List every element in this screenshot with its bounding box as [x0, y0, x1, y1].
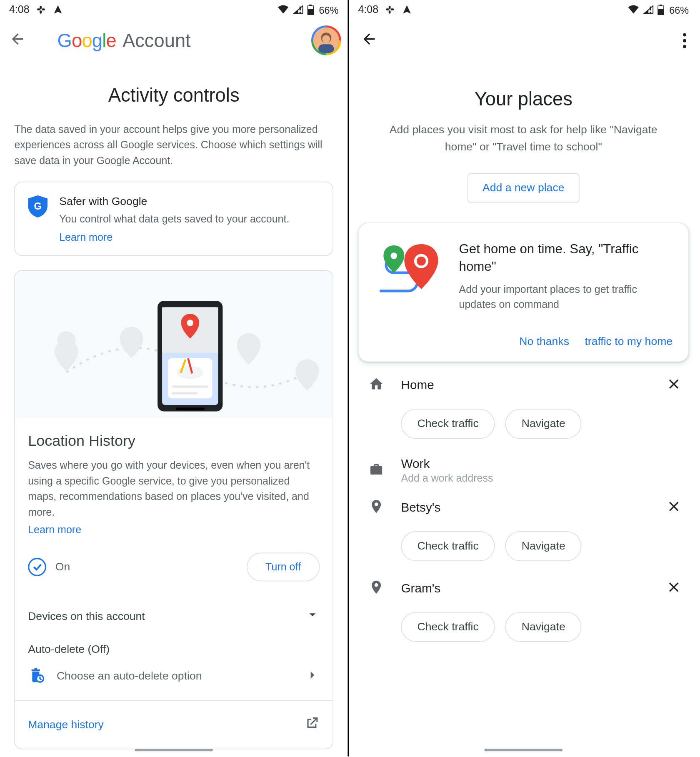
manage-history-label: Manage history [28, 719, 104, 732]
svg-rect-22 [172, 392, 198, 395]
location-illustration [15, 271, 333, 418]
pin-icon [368, 499, 384, 517]
svg-rect-3 [40, 10, 42, 14]
remove-place-icon[interactable] [667, 377, 681, 394]
svg-rect-8 [308, 9, 313, 15]
safer-desc: You control what data gets saved to your… [59, 212, 289, 227]
tip-no-thanks-link[interactable]: No thanks [519, 335, 569, 348]
status-time: 4:08 [358, 4, 378, 15]
external-link-icon [304, 716, 320, 735]
autodelete-icon [28, 667, 45, 687]
place-home: Home Check traffic Navigate [349, 362, 698, 443]
status-bar: 4:08 [349, 0, 698, 20]
signal-icon [293, 5, 303, 15]
manage-history-row[interactable]: Manage history [15, 701, 333, 749]
check-traffic-chip[interactable]: Check traffic [401, 532, 495, 562]
battery-icon [658, 5, 664, 15]
traffic-tip-card: Get home on time. Say, "Traffic home" Ad… [358, 222, 689, 362]
turn-off-button[interactable]: Turn off [247, 553, 320, 582]
svg-text:G: G [34, 201, 42, 212]
remove-place-icon[interactable] [667, 500, 681, 517]
devices-label: Devices on this account [28, 610, 145, 623]
svg-rect-29 [389, 10, 391, 14]
battery-icon [307, 5, 314, 15]
svg-point-16 [187, 320, 193, 327]
place-label[interactable]: Home [401, 378, 434, 392]
svg-rect-26 [386, 8, 390, 10]
safer-card: G Safer with Google You control what dat… [14, 182, 333, 256]
status-time: 4:08 [9, 4, 30, 15]
status-bar: 4:08 [0, 0, 348, 20]
place-work[interactable]: Work Add a work address [349, 443, 698, 485]
signal-icon [643, 5, 654, 15]
pin-icon [368, 580, 384, 598]
svg-rect-0 [37, 8, 40, 10]
wifi-icon [628, 5, 639, 15]
home-icon [368, 377, 384, 395]
tip-title: Get home on time. Say, "Traffic home" [459, 240, 673, 275]
place-label[interactable]: Gram's [401, 582, 441, 596]
status-on-label: On [55, 561, 70, 574]
activity-controls-screen: 4:08 [0, 0, 349, 757]
work-icon [368, 462, 384, 480]
location-history-card: Location History Saves where you go with… [14, 270, 333, 750]
svg-point-35 [391, 252, 398, 259]
svg-rect-27 [391, 8, 394, 10]
slack-icon [385, 5, 395, 15]
safer-title: Safer with Google [59, 195, 289, 208]
tip-traffic-home-link[interactable]: traffic to my home [585, 335, 672, 348]
battery-percent: 66% [669, 4, 689, 15]
chevron-down-icon [305, 607, 320, 625]
svg-rect-21 [172, 386, 209, 388]
send-icon [53, 5, 63, 15]
svg-rect-34 [658, 9, 664, 15]
svg-point-31 [650, 12, 651, 13]
svg-rect-10 [318, 44, 334, 53]
safer-learn-more-link[interactable]: Learn more [59, 232, 112, 243]
check-traffic-chip[interactable]: Check traffic [401, 612, 495, 642]
location-desc: Saves where you go with your devices, ev… [28, 458, 320, 520]
avatar[interactable] [311, 25, 341, 55]
page-title: Your places [349, 89, 698, 110]
chevron-right-icon [305, 668, 320, 685]
your-places-screen: 4:08 [349, 0, 698, 757]
place-label: Work [401, 457, 493, 471]
nav-home-indicator [485, 749, 563, 751]
check-traffic-chip[interactable]: Check traffic [401, 409, 495, 439]
back-icon[interactable] [9, 30, 26, 50]
page-subtitle: Add places you visit most to ask for hel… [349, 122, 698, 155]
back-icon[interactable] [361, 30, 378, 50]
svg-rect-30 [650, 7, 651, 10]
navigate-chip[interactable]: Navigate [505, 612, 582, 642]
status-on-icon [28, 558, 46, 577]
app-bar [349, 20, 698, 61]
add-place-button[interactable]: Add a new place [468, 173, 579, 203]
svg-rect-23 [176, 408, 205, 410]
tip-illustration [374, 240, 446, 299]
autodelete-title: Auto-delete (Off) [15, 641, 333, 657]
send-icon [402, 5, 412, 15]
svg-rect-4 [300, 7, 301, 10]
tip-desc: Add your important places to get traffic… [459, 282, 673, 312]
svg-point-5 [299, 12, 301, 13]
place-label[interactable]: Betsy's [401, 501, 441, 515]
svg-point-11 [322, 35, 330, 43]
slack-icon [36, 5, 46, 15]
place-gram: Gram's Check traffic Navigate [349, 565, 698, 646]
remove-place-icon[interactable] [667, 580, 681, 597]
nav-home-indicator [135, 749, 213, 751]
navigate-chip[interactable]: Navigate [505, 532, 582, 562]
autodelete-row[interactable]: Choose an auto-delete option [15, 657, 333, 702]
battery-percent: 66% [319, 4, 339, 15]
wifi-icon [278, 5, 289, 15]
page-subtitle: The data saved in your account helps giv… [0, 122, 348, 169]
devices-row[interactable]: Devices on this account [15, 592, 333, 641]
place-hint: Add a work address [401, 473, 493, 485]
place-betsy: Betsy's Check traffic Navigate [349, 485, 698, 565]
svg-rect-1 [42, 8, 45, 10]
svg-rect-28 [389, 6, 391, 9]
location-learn-more-link[interactable]: Learn more [28, 524, 81, 535]
navigate-chip[interactable]: Navigate [505, 409, 582, 439]
autodelete-label: Choose an auto-delete option [57, 670, 202, 683]
overflow-menu-icon[interactable] [683, 33, 686, 48]
